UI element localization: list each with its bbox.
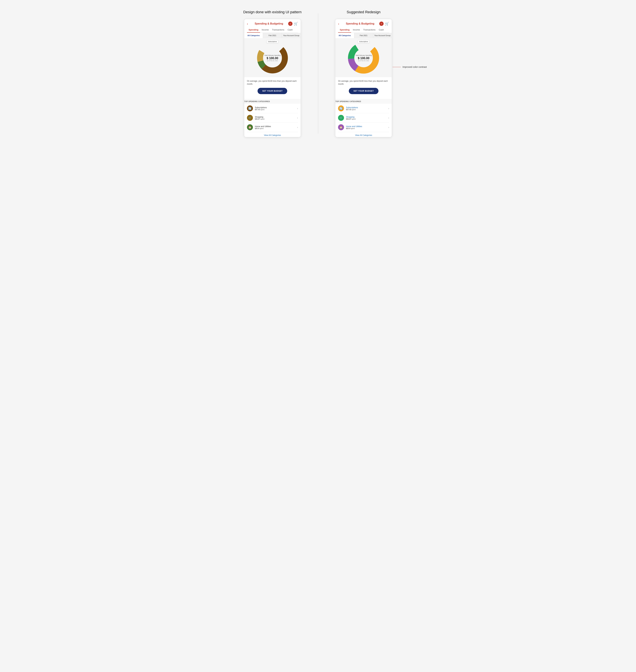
- right-home-icon: 🏠: [338, 124, 344, 130]
- right-categories-title: TOP SPENDING CATEGORIES: [335, 99, 392, 104]
- right-subscriptions-info: Subscriptions $37.43 spent: [346, 107, 387, 111]
- left-shopping-name: Shopping: [255, 116, 296, 118]
- right-tab-income[interactable]: Income: [351, 27, 361, 33]
- left-tab-cash[interactable]: Cash: [286, 27, 294, 33]
- right-home-info: Home and Utilities $25.9 spent: [346, 125, 387, 130]
- right-category-home[interactable]: 🏠 Home and Utilities $25.9 spent ›: [338, 123, 389, 132]
- right-tabs-row: Spending Income Transactions Cash: [338, 27, 389, 33]
- right-home-chevron: ›: [389, 126, 389, 129]
- right-set-budget-button[interactable]: SET YOUR BUDGET: [349, 88, 378, 94]
- right-subscriptions-spent: $37.43 spent: [346, 109, 387, 111]
- left-filter-account[interactable]: Your Account Group: [282, 33, 301, 38]
- right-donut-date: as of Feb 25, 2021: [355, 60, 372, 61]
- left-donut-chart: Subscriptions Total February Spending $ …: [256, 41, 289, 75]
- right-home-spent: $25.9 spent: [346, 128, 387, 130]
- left-home-chevron: ›: [297, 126, 298, 129]
- right-filter-all[interactable]: All Categories: [335, 33, 354, 38]
- annotation-container: Improved color contrast: [393, 65, 426, 68]
- left-home-info: Home and Utilities $25.9 spent: [255, 125, 296, 130]
- right-shopping-info: Shopping $36.67 spent: [346, 116, 387, 120]
- right-donut-center: Total February Spending $ 100.00 as of F…: [355, 55, 372, 61]
- left-view-all-link[interactable]: View All Categories: [247, 132, 298, 137]
- left-nav-row: ‹ Spending & Budgeting ≡ 🛒: [247, 22, 298, 26]
- right-header-title: Spending & Budgeting: [341, 22, 379, 25]
- right-shopping-chevron: ›: [389, 116, 389, 119]
- left-tab-transactions[interactable]: Transactions: [271, 27, 286, 33]
- right-view-all-link[interactable]: View All Categories: [338, 132, 389, 137]
- left-categories-section: TOP SPENDING CATEGORIES 🔄 Subscriptions …: [244, 99, 301, 137]
- right-filter-account[interactable]: Your Account Group: [373, 33, 392, 38]
- left-filter-all[interactable]: All Categories: [244, 33, 263, 38]
- left-phone-frame: ‹ Spending & Budgeting ≡ 🛒 Spending Inco…: [244, 19, 301, 137]
- right-phone-header: ‹ Spending & Budgeting ≡ 🛒 Spending Inco…: [335, 19, 392, 33]
- annotation-text: Improved color contrast: [402, 65, 426, 68]
- left-filter-feb[interactable]: Feb 2021: [263, 33, 282, 38]
- right-account-icon[interactable]: ≡: [379, 22, 383, 26]
- left-shopping-info: Shopping $36.67 spent: [255, 116, 296, 120]
- left-category-subscriptions[interactable]: 🔄 Subscriptions $37.43 spent ›: [247, 104, 298, 113]
- left-donut-center: Total February Spending $ 100.00 as of F…: [264, 55, 281, 61]
- left-shopping-chevron: ›: [297, 116, 298, 119]
- left-subscriptions-info: Subscriptions $37.43 spent: [255, 107, 296, 111]
- left-donut-date: as of Feb 25, 2021: [264, 60, 281, 61]
- left-tab-income[interactable]: Income: [260, 27, 271, 33]
- left-subscriptions-icon: 🔄: [247, 105, 253, 111]
- left-shopping-spent: $36.67 spent: [255, 118, 296, 120]
- right-cart-icon[interactable]: 🛒: [385, 22, 389, 26]
- left-donut-label: Total February Spending: [264, 55, 281, 57]
- right-chart-section: Subscriptions Total February Spending $ …: [335, 38, 392, 77]
- left-phone-header: ‹ Spending & Budgeting ≡ 🛒 Spending Inco…: [244, 19, 301, 33]
- left-tooltip: Subscriptions: [266, 40, 278, 43]
- left-home-icon: 🏠: [247, 124, 253, 130]
- main-container: Design done with existing UI pattern ‹ S…: [227, 7, 409, 140]
- left-header-icons: ≡ 🛒: [288, 22, 298, 26]
- right-donut-amount: $ 100.00: [355, 57, 372, 60]
- left-category-shopping[interactable]: 🛒 Shopping $36.67 spent ›: [247, 113, 298, 123]
- annotation-line: [393, 67, 401, 67]
- right-back-button[interactable]: ‹: [338, 22, 339, 26]
- right-tooltip: Subscriptions: [358, 40, 370, 43]
- right-tab-transactions[interactable]: Transactions: [361, 27, 377, 33]
- left-tab-spending[interactable]: Spending: [247, 27, 260, 33]
- left-chart-section: Subscriptions Total February Spending $ …: [244, 38, 301, 77]
- right-panel-wrapper: ‹ Spending & Budgeting ≡ 🛒 Spending Inco…: [335, 19, 392, 137]
- left-subscriptions-spent: $37.43 spent: [255, 109, 296, 111]
- right-subscriptions-chevron: ›: [389, 107, 389, 110]
- left-avg-text: On average, you spend $100 less than you…: [247, 79, 298, 85]
- left-content-section: On average, you spend $100 less than you…: [244, 77, 301, 99]
- right-panel: Suggested Redesign ‹ Spending & Budgetin…: [318, 7, 409, 140]
- left-subscriptions-name: Subscriptions: [255, 107, 296, 109]
- left-panel: Design done with existing UI pattern ‹ S…: [227, 7, 318, 140]
- right-categories-section: TOP SPENDING CATEGORIES 🔄 Subscriptions …: [335, 99, 392, 137]
- right-header-icons: ≡ 🛒: [379, 22, 389, 26]
- right-filter-row: All Categories Feb 2021 Your Account Gro…: [335, 33, 392, 38]
- left-set-budget-button[interactable]: SET YOUR BUDGET: [258, 88, 287, 94]
- right-donut-label: Total February Spending: [355, 55, 372, 57]
- left-account-icon[interactable]: ≡: [288, 22, 293, 26]
- right-category-subscriptions[interactable]: 🔄 Subscriptions $37.43 spent ›: [338, 104, 389, 113]
- right-filter-feb[interactable]: Feb 2021: [354, 33, 373, 38]
- right-avg-text: On average, you spend $100 less than you…: [338, 79, 389, 85]
- left-subscriptions-chevron: ›: [297, 107, 298, 110]
- right-shopping-spent: $36.67 spent: [346, 118, 387, 120]
- right-shopping-icon: 🛒: [338, 115, 344, 121]
- left-cart-icon[interactable]: 🛒: [294, 22, 298, 26]
- left-back-button[interactable]: ‹: [247, 22, 248, 26]
- right-subscriptions-name: Subscriptions: [346, 107, 387, 109]
- left-home-spent: $25.9 spent: [255, 128, 296, 130]
- right-home-name: Home and Utilities: [346, 125, 387, 128]
- right-phone-frame: ‹ Spending & Budgeting ≡ 🛒 Spending Inco…: [335, 19, 392, 137]
- left-categories-title: TOP SPENDING CATEGORIES: [244, 99, 301, 104]
- right-subscriptions-icon: 🔄: [338, 105, 344, 111]
- right-tab-spending[interactable]: Spending: [338, 27, 351, 33]
- right-nav-row: ‹ Spending & Budgeting ≡ 🛒: [338, 22, 389, 26]
- left-shopping-icon: 🛒: [247, 115, 253, 121]
- right-content-section: On average, you spend $100 less than you…: [335, 77, 392, 99]
- left-tabs-row: Spending Income Transactions Cash: [247, 27, 298, 33]
- right-shopping-name: Shopping: [346, 116, 387, 118]
- left-panel-title: Design done with existing UI pattern: [243, 10, 302, 14]
- right-category-shopping[interactable]: 🛒 Shopping $36.67 spent ›: [338, 113, 389, 123]
- left-category-home[interactable]: 🏠 Home and Utilities $25.9 spent ›: [247, 123, 298, 132]
- left-filter-row: All Categories Feb 2021 Your Account Gro…: [244, 33, 301, 38]
- right-tab-cash[interactable]: Cash: [377, 27, 385, 33]
